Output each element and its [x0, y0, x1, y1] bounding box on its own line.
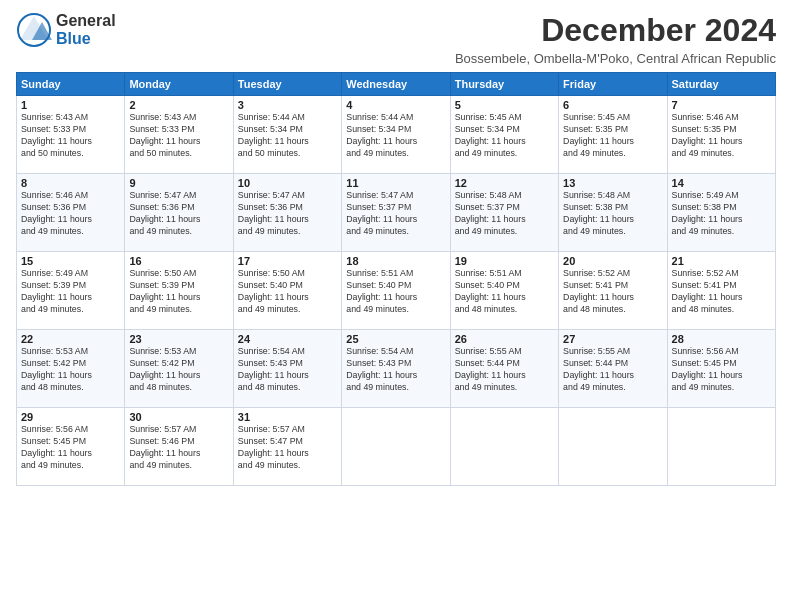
day-info: Sunrise: 5:52 AMSunset: 5:41 PMDaylight:… [672, 268, 771, 316]
day-cell: 31Sunrise: 5:57 AMSunset: 5:47 PMDayligh… [233, 408, 341, 486]
day-cell: 24Sunrise: 5:54 AMSunset: 5:43 PMDayligh… [233, 330, 341, 408]
day-cell: 18Sunrise: 5:51 AMSunset: 5:40 PMDayligh… [342, 252, 450, 330]
week-row-2: 8Sunrise: 5:46 AMSunset: 5:36 PMDaylight… [17, 174, 776, 252]
day-info: Sunrise: 5:54 AMSunset: 5:43 PMDaylight:… [346, 346, 445, 394]
day-cell: 29Sunrise: 5:56 AMSunset: 5:45 PMDayligh… [17, 408, 125, 486]
location-subtitle: Bossembele, Ombella-M'Poko, Central Afri… [455, 51, 776, 66]
day-info: Sunrise: 5:50 AMSunset: 5:39 PMDaylight:… [129, 268, 228, 316]
day-info: Sunrise: 5:47 AMSunset: 5:36 PMDaylight:… [238, 190, 337, 238]
day-number: 4 [346, 99, 445, 111]
day-number: 9 [129, 177, 228, 189]
day-cell: 12Sunrise: 5:48 AMSunset: 5:37 PMDayligh… [450, 174, 558, 252]
day-info: Sunrise: 5:44 AMSunset: 5:34 PMDaylight:… [346, 112, 445, 160]
day-cell: 11Sunrise: 5:47 AMSunset: 5:37 PMDayligh… [342, 174, 450, 252]
day-number: 8 [21, 177, 120, 189]
day-cell: 25Sunrise: 5:54 AMSunset: 5:43 PMDayligh… [342, 330, 450, 408]
day-number: 27 [563, 333, 662, 345]
week-row-3: 15Sunrise: 5:49 AMSunset: 5:39 PMDayligh… [17, 252, 776, 330]
day-number: 25 [346, 333, 445, 345]
day-info: Sunrise: 5:55 AMSunset: 5:44 PMDaylight:… [455, 346, 554, 394]
logo-blue: Blue [56, 30, 116, 48]
header-monday: Monday [125, 73, 233, 96]
day-info: Sunrise: 5:51 AMSunset: 5:40 PMDaylight:… [455, 268, 554, 316]
day-info: Sunrise: 5:52 AMSunset: 5:41 PMDaylight:… [563, 268, 662, 316]
day-number: 3 [238, 99, 337, 111]
day-number: 2 [129, 99, 228, 111]
calendar-header: Sunday Monday Tuesday Wednesday Thursday… [17, 73, 776, 96]
day-number: 7 [672, 99, 771, 111]
day-number: 20 [563, 255, 662, 267]
day-info: Sunrise: 5:54 AMSunset: 5:43 PMDaylight:… [238, 346, 337, 394]
day-info: Sunrise: 5:53 AMSunset: 5:42 PMDaylight:… [21, 346, 120, 394]
day-number: 18 [346, 255, 445, 267]
day-number: 10 [238, 177, 337, 189]
day-info: Sunrise: 5:47 AMSunset: 5:37 PMDaylight:… [346, 190, 445, 238]
header: General Blue December 2024 Bossembele, O… [16, 12, 776, 66]
day-cell: 27Sunrise: 5:55 AMSunset: 5:44 PMDayligh… [559, 330, 667, 408]
day-cell [667, 408, 775, 486]
day-info: Sunrise: 5:49 AMSunset: 5:39 PMDaylight:… [21, 268, 120, 316]
logo: General Blue [16, 12, 116, 49]
day-number: 11 [346, 177, 445, 189]
logo-icon [16, 12, 52, 48]
day-cell: 15Sunrise: 5:49 AMSunset: 5:39 PMDayligh… [17, 252, 125, 330]
day-info: Sunrise: 5:56 AMSunset: 5:45 PMDaylight:… [21, 424, 120, 472]
day-cell: 28Sunrise: 5:56 AMSunset: 5:45 PMDayligh… [667, 330, 775, 408]
day-number: 1 [21, 99, 120, 111]
calendar-table: Sunday Monday Tuesday Wednesday Thursday… [16, 72, 776, 486]
header-saturday: Saturday [667, 73, 775, 96]
day-info: Sunrise: 5:49 AMSunset: 5:38 PMDaylight:… [672, 190, 771, 238]
logo-text-area: General Blue [56, 12, 116, 49]
header-wednesday: Wednesday [342, 73, 450, 96]
week-row-4: 22Sunrise: 5:53 AMSunset: 5:42 PMDayligh… [17, 330, 776, 408]
day-number: 21 [672, 255, 771, 267]
header-tuesday: Tuesday [233, 73, 341, 96]
day-cell: 20Sunrise: 5:52 AMSunset: 5:41 PMDayligh… [559, 252, 667, 330]
header-friday: Friday [559, 73, 667, 96]
day-cell: 14Sunrise: 5:49 AMSunset: 5:38 PMDayligh… [667, 174, 775, 252]
day-info: Sunrise: 5:57 AMSunset: 5:47 PMDaylight:… [238, 424, 337, 472]
day-cell: 6Sunrise: 5:45 AMSunset: 5:35 PMDaylight… [559, 96, 667, 174]
day-info: Sunrise: 5:56 AMSunset: 5:45 PMDaylight:… [672, 346, 771, 394]
day-cell: 2Sunrise: 5:43 AMSunset: 5:33 PMDaylight… [125, 96, 233, 174]
day-info: Sunrise: 5:51 AMSunset: 5:40 PMDaylight:… [346, 268, 445, 316]
day-info: Sunrise: 5:45 AMSunset: 5:34 PMDaylight:… [455, 112, 554, 160]
day-number: 12 [455, 177, 554, 189]
day-info: Sunrise: 5:50 AMSunset: 5:40 PMDaylight:… [238, 268, 337, 316]
day-number: 15 [21, 255, 120, 267]
day-cell: 5Sunrise: 5:45 AMSunset: 5:34 PMDaylight… [450, 96, 558, 174]
day-cell: 9Sunrise: 5:47 AMSunset: 5:36 PMDaylight… [125, 174, 233, 252]
day-number: 22 [21, 333, 120, 345]
day-info: Sunrise: 5:43 AMSunset: 5:33 PMDaylight:… [21, 112, 120, 160]
day-info: Sunrise: 5:46 AMSunset: 5:35 PMDaylight:… [672, 112, 771, 160]
day-cell: 16Sunrise: 5:50 AMSunset: 5:39 PMDayligh… [125, 252, 233, 330]
header-row: Sunday Monday Tuesday Wednesday Thursday… [17, 73, 776, 96]
month-title: December 2024 [455, 12, 776, 49]
calendar-body: 1Sunrise: 5:43 AMSunset: 5:33 PMDaylight… [17, 96, 776, 486]
day-cell: 1Sunrise: 5:43 AMSunset: 5:33 PMDaylight… [17, 96, 125, 174]
day-cell: 10Sunrise: 5:47 AMSunset: 5:36 PMDayligh… [233, 174, 341, 252]
week-row-5: 29Sunrise: 5:56 AMSunset: 5:45 PMDayligh… [17, 408, 776, 486]
day-cell [450, 408, 558, 486]
day-info: Sunrise: 5:43 AMSunset: 5:33 PMDaylight:… [129, 112, 228, 160]
day-number: 31 [238, 411, 337, 423]
day-number: 6 [563, 99, 662, 111]
day-cell [559, 408, 667, 486]
day-cell: 13Sunrise: 5:48 AMSunset: 5:38 PMDayligh… [559, 174, 667, 252]
day-number: 23 [129, 333, 228, 345]
day-number: 30 [129, 411, 228, 423]
day-cell: 30Sunrise: 5:57 AMSunset: 5:46 PMDayligh… [125, 408, 233, 486]
day-cell: 26Sunrise: 5:55 AMSunset: 5:44 PMDayligh… [450, 330, 558, 408]
day-number: 16 [129, 255, 228, 267]
day-cell: 19Sunrise: 5:51 AMSunset: 5:40 PMDayligh… [450, 252, 558, 330]
logo-general: General [56, 12, 116, 30]
day-number: 28 [672, 333, 771, 345]
day-number: 17 [238, 255, 337, 267]
day-cell: 4Sunrise: 5:44 AMSunset: 5:34 PMDaylight… [342, 96, 450, 174]
header-sunday: Sunday [17, 73, 125, 96]
week-row-1: 1Sunrise: 5:43 AMSunset: 5:33 PMDaylight… [17, 96, 776, 174]
day-cell: 23Sunrise: 5:53 AMSunset: 5:42 PMDayligh… [125, 330, 233, 408]
day-number: 26 [455, 333, 554, 345]
day-info: Sunrise: 5:44 AMSunset: 5:34 PMDaylight:… [238, 112, 337, 160]
day-number: 14 [672, 177, 771, 189]
